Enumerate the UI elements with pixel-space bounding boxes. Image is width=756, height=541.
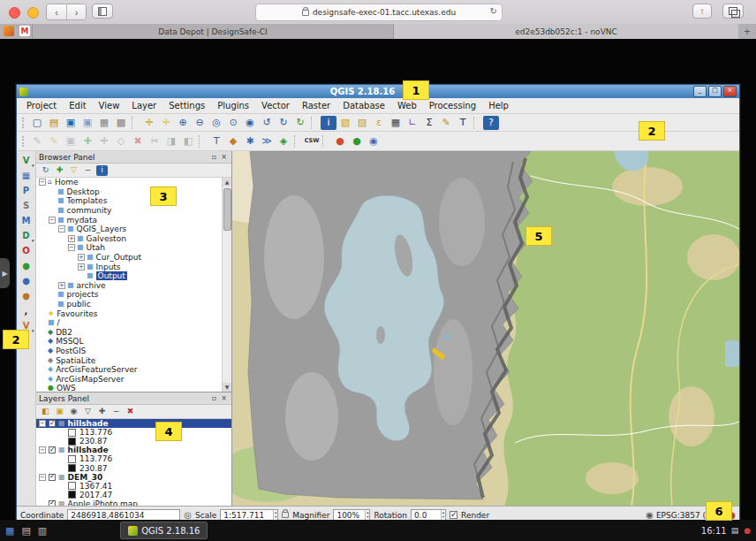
menu-help[interactable]: Help <box>482 101 515 110</box>
keyboard-indicator-icon[interactable]: ▤ <box>731 527 739 535</box>
node-tool-icon[interactable]: ◇ <box>113 134 129 149</box>
layer-styling-icon[interactable]: ◧ <box>40 407 51 417</box>
tree-expander[interactable] <box>49 197 56 204</box>
toolbar-separator[interactable] <box>322 135 329 148</box>
toolbar-separator[interactable] <box>294 135 301 148</box>
spin-down-icon[interactable]: ▾ <box>275 515 276 520</box>
properties-widget-icon[interactable]: i <box>96 165 108 176</box>
tree-expander[interactable] <box>39 385 46 392</box>
zoom-in-icon[interactable]: ⊕ <box>175 116 191 130</box>
toolbar-separator[interactable] <box>473 117 480 129</box>
minimize-button[interactable]: _ <box>693 86 707 97</box>
processing-toolbox-icon[interactable]: ✱ <box>242 134 258 149</box>
add-oracle-layer-icon[interactable]: O <box>19 244 34 257</box>
measure-icon[interactable]: ∟ <box>404 116 420 130</box>
tree-item[interactable]: + ■ Galveston <box>36 234 231 244</box>
site-favicon[interactable] <box>4 26 14 36</box>
attribute-table-icon[interactable]: ▦ <box>388 116 404 130</box>
layer-checkbox[interactable] <box>49 500 56 506</box>
text-annotation-icon[interactable]: T <box>455 116 471 130</box>
menu-view[interactable]: View <box>93 101 126 110</box>
tab-data-depot[interactable]: Data Depot | DesignSafe-CI <box>32 24 394 39</box>
save-project-icon[interactable]: ▣ <box>63 116 79 130</box>
layer-expander[interactable] <box>59 491 66 499</box>
new-print-composer-icon[interactable]: ▦ <box>96 116 112 130</box>
reload-icon[interactable]: ↻ <box>490 6 497 16</box>
tree-item[interactable]: − ⌂ Home <box>36 178 231 187</box>
toolbar-separator[interactable] <box>132 117 139 129</box>
zoom-to-layer-icon[interactable]: ◉ <box>242 116 258 130</box>
filter-browser-icon[interactable]: ▽ <box>68 165 79 176</box>
add-vector-layer-icon[interactable]: V▾ <box>19 154 34 167</box>
back-button[interactable]: ‹ <box>47 4 66 19</box>
file-manager-icon[interactable]: ▤ <box>21 526 30 536</box>
tab-overview-button[interactable] <box>722 4 744 19</box>
refresh-map-icon[interactable]: ↻ <box>292 116 308 130</box>
add-wms-layer-icon[interactable]: ● <box>19 259 34 272</box>
tree-expander[interactable]: + <box>78 254 85 261</box>
tree-item[interactable]: ■ community <box>36 206 231 216</box>
tree-item[interactable]: − ■ mydata <box>36 215 231 225</box>
tree-expander[interactable]: − <box>39 179 46 186</box>
cut-features-icon[interactable]: ✂ <box>147 134 163 149</box>
layer-expander[interactable] <box>59 438 66 445</box>
menu-vector[interactable]: Vector <box>255 101 296 110</box>
menu-processing[interactable]: Processing <box>423 101 482 110</box>
move-feature-icon[interactable]: ✛ <box>96 134 112 149</box>
toggle-editing-icon[interactable]: ✎ <box>46 134 62 149</box>
pan-to-selection-icon[interactable]: ✛ <box>158 116 174 130</box>
layer-item[interactable]: 2017.47 <box>36 491 231 499</box>
add-spatialite-layer-icon[interactable]: S <box>19 199 34 212</box>
deselect-features-icon[interactable]: ▨ <box>354 116 370 130</box>
new-project-icon[interactable]: ▢ <box>29 116 45 130</box>
add-postgis-layer-icon[interactable]: P <box>19 184 34 197</box>
add-wcs-layer-icon[interactable]: ● <box>19 274 34 287</box>
tree-expander[interactable] <box>49 207 56 214</box>
tree-item[interactable]: + ■ Inputs <box>36 262 231 271</box>
layer-item[interactable]: 113.776 <box>36 428 231 437</box>
tree-item[interactable]: ■ Templates <box>36 196 231 206</box>
layer-expander[interactable] <box>59 465 66 472</box>
tree-expander[interactable] <box>78 272 85 279</box>
tree-item[interactable]: ■ Desktop <box>36 187 231 197</box>
annotation-icon[interactable]: ✎ <box>438 116 454 130</box>
render-checkbox[interactable] <box>450 511 457 519</box>
taskbar-qgis-button[interactable]: QGIS 2.18.16 <box>120 522 208 539</box>
current-edits-icon[interactable]: ✎ <box>29 134 45 149</box>
tree-item[interactable]: ■ public <box>36 300 231 309</box>
menu-raster[interactable]: Raster <box>296 101 336 110</box>
tree-item[interactable]: + ■ archive <box>36 281 231 291</box>
scale-lock-icon[interactable] <box>282 512 289 518</box>
tree-expander[interactable] <box>39 366 46 373</box>
layer-item[interactable]: 1367.41 <box>36 482 231 491</box>
expand-all-icon[interactable]: ✚ <box>96 407 108 417</box>
tree-expander[interactable] <box>49 301 56 308</box>
refresh-browser-icon[interactable]: ↻ <box>40 165 51 176</box>
filter-legend-icon[interactable]: ▽ <box>82 407 94 417</box>
tree-item[interactable]: ● OWS <box>36 384 231 392</box>
tree-expander[interactable] <box>39 310 46 317</box>
collapse-all-layers-icon[interactable]: − <box>110 407 122 417</box>
composer-manager-icon[interactable]: ▩ <box>113 116 129 130</box>
tree-item[interactable]: ◆ SpatiaLite <box>36 355 231 365</box>
extent-tracking-icon[interactable]: ◎ <box>184 511 192 520</box>
cloud-plugin-icon[interactable]: ● <box>332 134 348 149</box>
tree-expander[interactable] <box>49 291 56 298</box>
zoom-last-icon[interactable]: ↺ <box>259 116 275 130</box>
menu-edit[interactable]: Edit <box>63 101 92 110</box>
tree-item[interactable]: ★ Favourites <box>36 309 231 318</box>
close-button[interactable]: × <box>723 86 737 97</box>
delete-selected-icon[interactable]: ✖ <box>130 134 146 149</box>
tree-expander[interactable] <box>39 376 46 383</box>
map-canvas[interactable] <box>232 151 739 506</box>
add-wfs-layer-icon[interactable]: ● <box>19 289 34 302</box>
csw-metasearch-icon[interactable]: CSW <box>304 134 320 149</box>
spin-down-icon[interactable]: ▾ <box>367 515 368 520</box>
menu-settings[interactable]: Settings <box>163 101 211 110</box>
alert-icon[interactable]: ● <box>744 527 751 535</box>
layer-item[interactable]: 230.87 <box>36 437 231 446</box>
menu-web[interactable]: Web <box>391 101 423 110</box>
tree-expander[interactable]: − <box>58 225 65 232</box>
python-console-icon[interactable]: ≫ <box>259 134 275 149</box>
layer-item[interactable]: 230.87 <box>36 463 231 472</box>
